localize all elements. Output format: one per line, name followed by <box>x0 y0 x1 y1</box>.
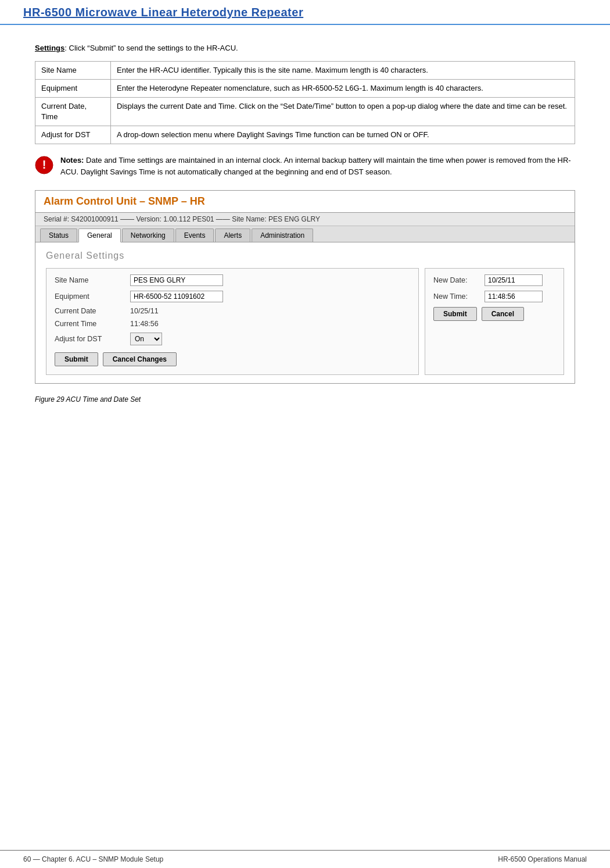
table-cell-desc: Displays the current Date and Time. Clic… <box>111 97 575 126</box>
datetime-panel: New Date: New Time: Submit Cancel <box>425 268 564 375</box>
datetime-btn-row: Submit Cancel <box>433 307 555 321</box>
new-date-input[interactable] <box>485 274 543 286</box>
site-name-label: Site Name <box>55 276 130 284</box>
table-cell-label: Equipment <box>35 79 111 97</box>
svg-text:!: ! <box>42 158 46 171</box>
table-cell-label: Adjust for DST <box>35 126 111 144</box>
cancel-changes-button[interactable]: Cancel Changes <box>103 352 177 366</box>
acu-serial: Serial #: S42001000911 —— Version: 1.00.… <box>35 213 575 226</box>
table-row: Current Date, TimeDisplays the current D… <box>35 97 575 126</box>
tab-events[interactable]: Events <box>175 228 214 242</box>
current-date-row: Current Date 10/25/11 <box>55 307 410 315</box>
table-cell-label: Current Date, Time <box>35 97 111 126</box>
new-time-row: New Time: <box>433 291 555 302</box>
tab-general[interactable]: General <box>78 228 121 242</box>
footer-left: 60 — Chapter 6. ACU – SNMP Module Setup <box>23 855 163 863</box>
tab-administration[interactable]: Administration <box>252 228 313 242</box>
datetime-cancel-button[interactable]: Cancel <box>482 307 524 321</box>
current-time-label: Current Time <box>55 320 130 328</box>
new-time-label: New Time: <box>433 292 480 301</box>
datetime-submit-button[interactable]: Submit <box>433 307 477 321</box>
equipment-row: Equipment <box>55 291 410 302</box>
new-date-row: New Date: <box>433 274 555 286</box>
dst-select[interactable]: On Off <box>130 333 162 345</box>
page-footer: 60 — Chapter 6. ACU – SNMP Module Setup … <box>0 850 610 868</box>
form-area: Site Name Equipment Current Date 10/25/1… <box>46 268 564 375</box>
current-date-label: Current Date <box>55 307 130 315</box>
acu-title: Alarm Control Unit – SNMP – HR <box>35 191 575 213</box>
form-btn-row: Submit Cancel Changes <box>55 352 410 366</box>
nav-tabs: Status General Networking Events Alerts … <box>35 226 575 242</box>
dst-row: Adjust for DST On Off <box>55 333 410 345</box>
site-name-input[interactable] <box>130 274 223 286</box>
settings-label: Settings <box>35 44 64 52</box>
general-settings-title: General Settings <box>46 251 564 261</box>
table-cell-desc: A drop-down selection menu where Dayligh… <box>111 126 575 144</box>
table-row: Adjust for DSTA drop-down selection menu… <box>35 126 575 144</box>
general-settings-panel: General Settings Site Name Equipment Cur… <box>35 242 575 383</box>
notes-prefix: Notes: <box>60 156 84 165</box>
settings-intro: Settings: Click “Submit” to send the set… <box>35 42 575 54</box>
notes-section: ! Notes: Date and Time settings are main… <box>35 155 575 177</box>
main-content: Settings: Click “Submit” to send the set… <box>0 25 610 444</box>
acu-panel: Alarm Control Unit – SNMP – HR Serial #:… <box>35 190 575 384</box>
warning-icon: ! <box>35 156 53 174</box>
current-time-value: 11:48:56 <box>130 320 159 328</box>
table-row: EquipmentEnter the Heterodyne Repeater n… <box>35 79 575 97</box>
current-time-row: Current Time 11:48:56 <box>55 320 410 328</box>
site-name-row: Site Name <box>55 274 410 286</box>
form-left: Site Name Equipment Current Date 10/25/1… <box>46 268 419 375</box>
table-cell-desc: Enter the HR-ACU identifier. Typically t… <box>111 61 575 79</box>
tab-status[interactable]: Status <box>40 228 77 242</box>
settings-table: Site NameEnter the HR-ACU identifier. Ty… <box>35 61 575 145</box>
current-date-value: 10/25/11 <box>130 307 159 315</box>
notes-text: Notes: Date and Time settings are mainta… <box>60 155 575 177</box>
tab-networking[interactable]: Networking <box>122 228 174 242</box>
equipment-label: Equipment <box>55 292 130 301</box>
footer-right: HR-6500 Operations Manual <box>498 855 587 863</box>
new-time-input[interactable] <box>485 291 543 302</box>
notes-body: Date and Time settings are maintained in… <box>60 156 571 176</box>
page-header: HR-6500 Microwave Linear Heterodyne Repe… <box>0 0 610 25</box>
table-cell-label: Site Name <box>35 61 111 79</box>
new-date-label: New Date: <box>433 276 480 284</box>
settings-intro-text: : Click “Submit” to send the settings to… <box>64 44 238 52</box>
equipment-input[interactable] <box>130 291 223 302</box>
table-row: Site NameEnter the HR-ACU identifier. Ty… <box>35 61 575 79</box>
page-title: HR-6500 Microwave Linear Heterodyne Repe… <box>23 6 587 19</box>
dst-label: Adjust for DST <box>55 335 130 343</box>
figure-caption: Figure 29 ACU Time and Date Set <box>35 395 575 403</box>
table-cell-desc: Enter the Heterodyne Repeater nomenclatu… <box>111 79 575 97</box>
submit-button[interactable]: Submit <box>55 352 98 366</box>
tab-alerts[interactable]: Alerts <box>215 228 250 242</box>
